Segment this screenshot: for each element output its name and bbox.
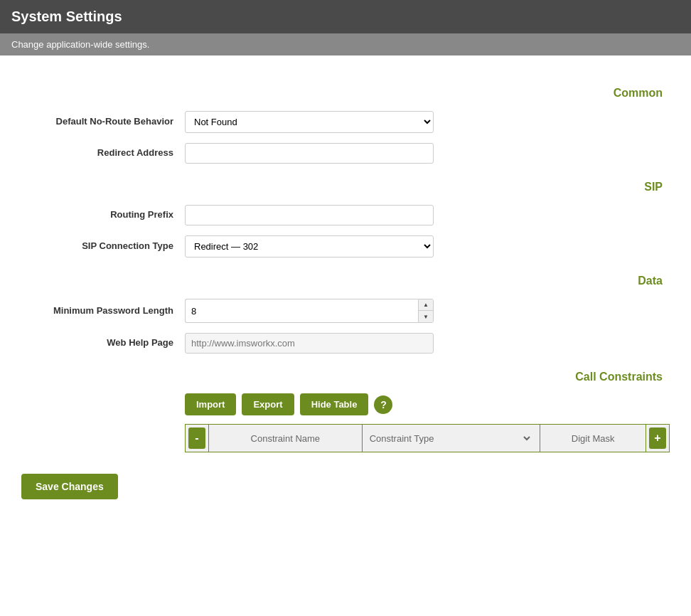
add-row-button[interactable]: + <box>649 428 666 449</box>
web-help-page-group: Web Help Page <box>21 333 670 354</box>
routing-prefix-input[interactable] <box>185 205 434 225</box>
section-call-constraints-title: Call Constraints <box>21 371 670 383</box>
header: System Settings <box>0 0 691 33</box>
subtitle-text: Change application-wide settings. <box>11 39 149 50</box>
spinner-buttons: ▲ ▼ <box>418 299 434 323</box>
col-plus-header: + <box>646 425 670 452</box>
default-no-route-label: Default No-Route Behavior <box>21 116 185 128</box>
section-common-title: Common <box>21 87 670 100</box>
page-title: System Settings <box>11 9 680 25</box>
min-password-length-group: Minimum Password Length ▲ ▼ <box>21 299 670 323</box>
sip-connection-type-label: SIP Connection Type <box>21 240 185 253</box>
routing-prefix-label: Routing Prefix <box>21 209 185 221</box>
export-button[interactable]: Export <box>242 393 294 415</box>
redirect-address-group: Redirect Address <box>21 143 670 164</box>
save-changes-button[interactable]: Save Changes <box>21 474 118 499</box>
default-no-route-select[interactable]: Not Found Redirect Busy Unavailable <box>185 111 434 133</box>
subheader: Change application-wide settings. <box>0 33 691 55</box>
section-sip-title: SIP <box>21 181 670 193</box>
routing-prefix-group: Routing Prefix <box>21 205 670 225</box>
remove-row-button[interactable]: - <box>188 428 205 449</box>
save-changes-container: Save Changes <box>21 474 670 499</box>
help-icon[interactable]: ? <box>374 395 392 414</box>
sip-connection-type-group: SIP Connection Type Redirect — 302 UDP T… <box>21 235 670 257</box>
web-help-page-label: Web Help Page <box>21 337 185 349</box>
spinner-down-button[interactable]: ▼ <box>419 311 433 322</box>
web-help-page-input[interactable] <box>185 333 434 354</box>
constraint-type-cell: Constraint Type <box>370 432 533 445</box>
default-no-route-group: Default No-Route Behavior Not Found Redi… <box>21 111 670 133</box>
col-constraint-name-header: Constraint Name <box>209 425 363 452</box>
constraint-type-select[interactable] <box>438 432 532 445</box>
constraints-actions: Import Export Hide Table ? <box>185 393 670 415</box>
col-digit-mask-header: Digit Mask <box>540 425 646 452</box>
min-password-length-spinner: ▲ ▼ <box>185 299 434 323</box>
section-data-title: Data <box>21 275 670 287</box>
constraints-table: - Constraint Name Constraint Type Digit <box>185 424 670 452</box>
col-minus-header: - <box>186 425 209 452</box>
min-password-length-input[interactable] <box>185 299 418 323</box>
hide-table-button[interactable]: Hide Table <box>300 393 369 415</box>
table-header-row: - Constraint Name Constraint Type Digit <box>186 425 670 452</box>
min-password-length-label: Minimum Password Length <box>21 305 185 317</box>
redirect-address-input[interactable] <box>185 143 434 164</box>
sip-connection-type-select[interactable]: Redirect — 302 UDP TCP TLS <box>185 235 434 257</box>
spinner-up-button[interactable]: ▲ <box>419 299 433 311</box>
col-constraint-type-header: Constraint Type <box>362 425 540 452</box>
import-button[interactable]: Import <box>185 393 236 415</box>
redirect-address-label: Redirect Address <box>21 147 185 159</box>
